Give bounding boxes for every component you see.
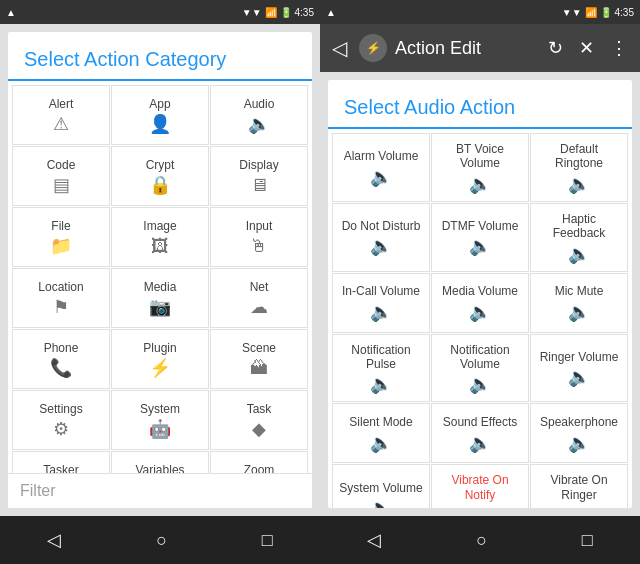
left-back-button[interactable]: ◁ — [27, 521, 81, 559]
category-item-phone[interactable]: Phone 📞 — [12, 329, 110, 389]
category-item-crypt[interactable]: Crypt 🔒 — [111, 146, 209, 206]
category-item-alert[interactable]: Alert ⚠ — [12, 85, 110, 145]
left-battery-icon: 🔋 — [280, 7, 292, 18]
right-dialog: Select Audio Action Alarm Volume 🔈BT Voi… — [328, 80, 632, 508]
audio-item-silent-mode[interactable]: Silent Mode 🔈 — [332, 403, 430, 463]
audio-item-notification-pulse[interactable]: Notification Pulse 🔈 — [332, 334, 430, 403]
category-item-net[interactable]: Net ☁ — [210, 268, 308, 328]
left-recent-button[interactable]: □ — [242, 522, 293, 559]
category-item-tasker[interactable]: Tasker ⚡ — [12, 451, 110, 473]
left-time: 4:35 — [295, 7, 314, 18]
category-item-input[interactable]: Input 🖱 — [210, 207, 308, 267]
category-grid: Alert ⚠App 👤Audio 🔈Code ▤Crypt 🔒Display … — [12, 85, 308, 473]
right-recent-button[interactable]: □ — [562, 522, 613, 559]
category-item-task[interactable]: Task ◆ — [210, 390, 308, 450]
right-panel: ▲ ▼▼ 📶 🔋 4:35 ◁ ⚡ Action Edit ↻ ✕ ⋮ Sele… — [320, 0, 640, 564]
left-dialog: Select Action Category Alert ⚠App 👤Audio… — [8, 32, 312, 508]
app-bar-title: Action Edit — [395, 38, 536, 59]
right-dialog-title: Select Audio Action — [328, 80, 632, 129]
audio-item-system-volume[interactable]: System Volume 🔈 — [332, 464, 430, 508]
category-item-location[interactable]: Location ⚑ — [12, 268, 110, 328]
app-bar: ◁ ⚡ Action Edit ↻ ✕ ⋮ — [320, 24, 640, 72]
audio-item-sound-effects[interactable]: Sound Effects 🔈 — [431, 403, 529, 463]
right-status-icon: ▲ — [326, 7, 336, 18]
app-bar-back-button[interactable]: ◁ — [328, 32, 351, 64]
audio-item-haptic-feedback[interactable]: Haptic Feedback 🔈 — [530, 203, 628, 272]
category-item-file[interactable]: File 📁 — [12, 207, 110, 267]
audio-grid: Alarm Volume 🔈BT Voice Volume 🔈Default R… — [332, 133, 628, 508]
category-item-settings[interactable]: Settings ⚙ — [12, 390, 110, 450]
app-bar-app-icon: ⚡ — [359, 34, 387, 62]
filter-label: Filter — [20, 482, 56, 499]
left-status-icon: ▲ — [6, 7, 16, 18]
category-item-image[interactable]: Image 🖼 — [111, 207, 209, 267]
left-home-button[interactable]: ○ — [136, 522, 187, 559]
audio-grid-container[interactable]: Alarm Volume 🔈BT Voice Volume 🔈Default R… — [328, 129, 632, 508]
category-item-scene[interactable]: Scene 🏔 — [210, 329, 308, 389]
audio-item-dtmf-volume[interactable]: DTMF Volume 🔈 — [431, 203, 529, 272]
category-item-system[interactable]: System 🤖 — [111, 390, 209, 450]
right-signal-icon: ▼▼ — [562, 7, 582, 18]
right-wifi-icon: 📶 — [585, 7, 597, 18]
audio-item-vibrate-on-ringer[interactable]: Vibrate On Ringer 🔈 — [530, 464, 628, 508]
audio-item-alarm-volume[interactable]: Alarm Volume 🔈 — [332, 133, 430, 202]
audio-item-vibrate-on-notify[interactable]: Vibrate On Notify ✕ — [431, 464, 529, 508]
left-signal-icon: ▼▼ — [242, 7, 262, 18]
audio-item-notification-volume[interactable]: Notification Volume 🔈 — [431, 334, 529, 403]
right-status-bar: ▲ ▼▼ 📶 🔋 4:35 — [320, 0, 640, 24]
right-battery-icon: 🔋 — [600, 7, 612, 18]
audio-item-mic-mute[interactable]: Mic Mute 🔈 — [530, 273, 628, 333]
audio-item-media-volume[interactable]: Media Volume 🔈 — [431, 273, 529, 333]
right-nav-bar: ◁ ○ □ — [320, 516, 640, 564]
category-item-zoom[interactable]: Zoom Z✦ — [210, 451, 308, 473]
category-item-audio[interactable]: Audio 🔈 — [210, 85, 308, 145]
filter-bar[interactable]: Filter — [8, 473, 312, 508]
category-item-variables[interactable]: Variables ✏ — [111, 451, 209, 473]
left-panel: ▲ ▼▼ 📶 🔋 4:35 Select Action Category Ale… — [0, 0, 320, 564]
left-nav-bar: ◁ ○ □ — [0, 516, 320, 564]
audio-item-bt-voice-volume[interactable]: BT Voice Volume 🔈 — [431, 133, 529, 202]
category-item-display[interactable]: Display 🖥 — [210, 146, 308, 206]
category-item-app[interactable]: App 👤 — [111, 85, 209, 145]
right-time: 4:35 — [615, 7, 634, 18]
app-bar-more-button[interactable]: ⋮ — [606, 33, 632, 63]
app-bar-close-button[interactable]: ✕ — [575, 33, 598, 63]
left-dialog-title: Select Action Category — [8, 32, 312, 81]
audio-item-do-not-disturb[interactable]: Do Not Disturb 🔈 — [332, 203, 430, 272]
audio-item-default-ringtone[interactable]: Default Ringtone 🔈 — [530, 133, 628, 202]
category-grid-container[interactable]: Alert ⚠App 👤Audio 🔈Code ▤Crypt 🔒Display … — [8, 81, 312, 473]
right-home-button[interactable]: ○ — [456, 522, 507, 559]
left-wifi-icon: 📶 — [265, 7, 277, 18]
app-bar-refresh-button[interactable]: ↻ — [544, 33, 567, 63]
audio-item-in-call-volume[interactable]: In-Call Volume 🔈 — [332, 273, 430, 333]
left-status-bar: ▲ ▼▼ 📶 🔋 4:35 — [0, 0, 320, 24]
audio-item-speakerphone[interactable]: Speakerphone 🔈 — [530, 403, 628, 463]
category-item-media[interactable]: Media 📷 — [111, 268, 209, 328]
category-item-code[interactable]: Code ▤ — [12, 146, 110, 206]
audio-item-ringer-volume[interactable]: Ringer Volume 🔈 — [530, 334, 628, 403]
category-item-plugin[interactable]: Plugin ⚡ — [111, 329, 209, 389]
right-back-button[interactable]: ◁ — [347, 521, 401, 559]
